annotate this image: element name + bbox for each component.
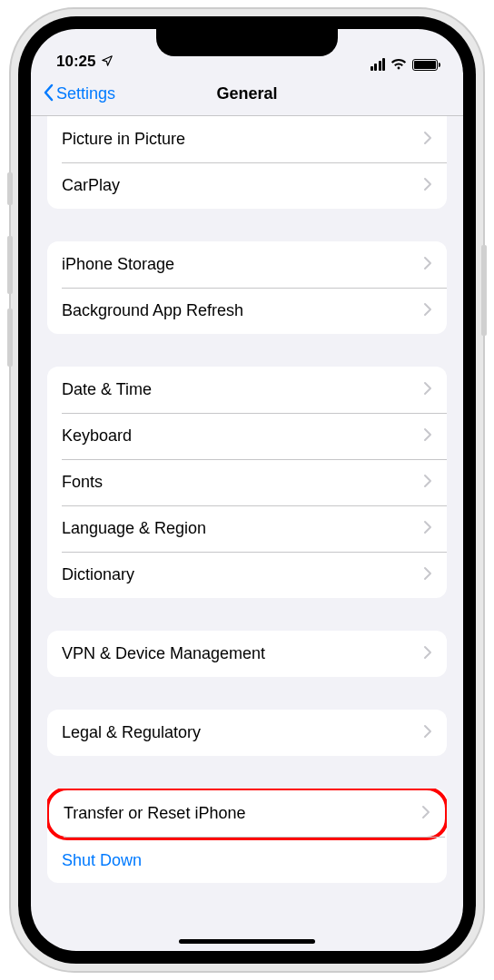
row-fonts[interactable]: Fonts (47, 459, 447, 505)
settings-group: Date & TimeKeyboardFontsLanguage & Regio… (47, 367, 447, 598)
row-label: Legal & Regulatory (62, 723, 201, 742)
chevron-right-icon (423, 426, 432, 446)
row-dictionary[interactable]: Dictionary (47, 552, 447, 598)
phone-frame: 10:25 (11, 9, 483, 971)
row-label: Date & Time (62, 380, 152, 399)
row-carplay[interactable]: CarPlay (47, 162, 447, 209)
chevron-right-icon (423, 129, 432, 150)
power-button (481, 245, 487, 336)
chevron-right-icon (423, 722, 432, 743)
row-date-time[interactable]: Date & Time (47, 367, 447, 413)
volume-up-button (7, 236, 13, 294)
chevron-right-icon (421, 803, 430, 824)
row-label: Language & Region (62, 519, 206, 538)
row-language-region[interactable]: Language & Region (47, 505, 447, 552)
mute-switch (7, 172, 13, 205)
notch (156, 29, 338, 56)
home-indicator[interactable] (179, 939, 315, 944)
row-label: CarPlay (62, 176, 120, 195)
chevron-right-icon (423, 175, 432, 196)
row-transfer-or-reset-iphone[interactable]: Transfer or Reset iPhone (47, 789, 447, 840)
row-label: Keyboard (62, 426, 132, 446)
chevron-right-icon (423, 254, 432, 275)
row-label: Picture in Picture (62, 130, 185, 149)
settings-group: Picture in PictureCarPlay (47, 116, 447, 209)
page-title: General (216, 84, 277, 103)
row-label: Transfer or Reset iPhone (64, 804, 245, 823)
row-label: VPN & Device Management (62, 644, 265, 663)
cellular-signal-icon (370, 58, 386, 71)
row-label: Shut Down (62, 851, 142, 870)
row-vpn-device-management[interactable]: VPN & Device Management (47, 631, 447, 677)
back-button[interactable]: Settings (42, 82, 115, 107)
row-background-app-refresh[interactable]: Background App Refresh (47, 288, 447, 334)
chevron-right-icon (423, 379, 432, 400)
screen: 10:25 (31, 29, 463, 951)
settings-group: Legal & Regulatory (47, 710, 447, 756)
chevron-left-icon (42, 82, 54, 107)
chevron-right-icon (423, 472, 432, 493)
status-time: 10:25 (56, 53, 95, 71)
row-label: Fonts (62, 473, 103, 492)
row-shut-down[interactable]: Shut Down (47, 838, 447, 883)
row-iphone-storage[interactable]: iPhone Storage (47, 241, 447, 288)
wifi-icon (390, 58, 407, 71)
settings-group: iPhone StorageBackground App Refresh (47, 241, 447, 334)
settings-group: Transfer or Reset iPhoneShut Down (47, 789, 447, 883)
row-label: Background App Refresh (62, 301, 243, 320)
settings-group: VPN & Device Management (47, 631, 447, 677)
row-keyboard[interactable]: Keyboard (47, 413, 447, 459)
volume-down-button (7, 309, 13, 367)
chevron-right-icon (423, 300, 432, 321)
row-label: iPhone Storage (62, 255, 174, 274)
content-scroll[interactable]: Picture in PictureCarPlayiPhone StorageB… (31, 116, 463, 951)
chevron-right-icon (423, 564, 432, 585)
back-label: Settings (56, 84, 115, 103)
row-picture-in-picture[interactable]: Picture in Picture (47, 116, 447, 162)
chevron-right-icon (423, 518, 432, 539)
nav-bar: Settings General (31, 73, 463, 116)
battery-icon (412, 59, 438, 71)
row-label: Dictionary (62, 565, 134, 584)
location-icon (101, 54, 114, 70)
row-legal-regulatory[interactable]: Legal & Regulatory (47, 710, 447, 756)
chevron-right-icon (423, 643, 432, 664)
